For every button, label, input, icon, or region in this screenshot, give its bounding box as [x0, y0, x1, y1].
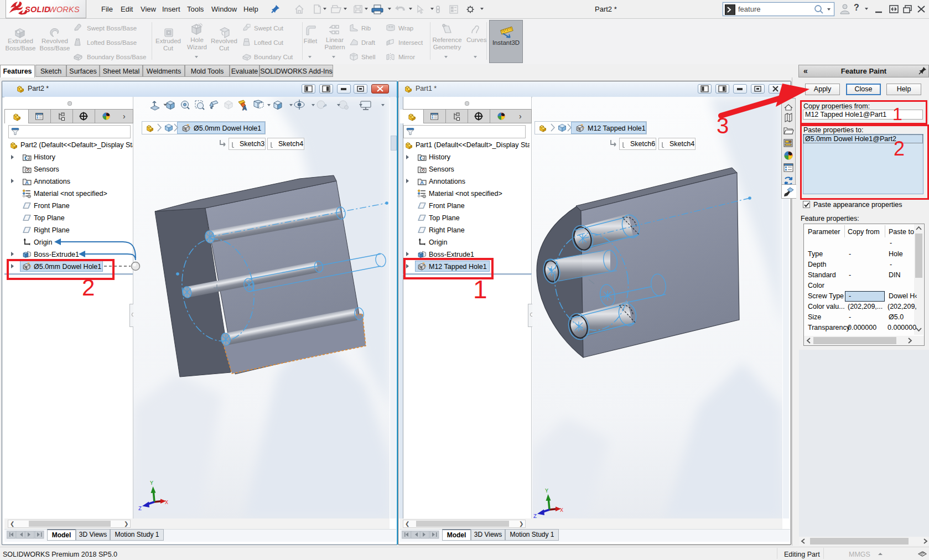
svg-text:WORKS: WORKS	[49, 5, 80, 14]
svg-text:A: A	[242, 105, 247, 111]
svg-text:X: X	[560, 507, 563, 514]
svg-text:Y: Y	[150, 480, 153, 486]
svg-text:Y: Y	[545, 488, 548, 494]
svg-text:X: X	[165, 500, 168, 506]
svg-text:SOLID: SOLID	[25, 5, 50, 14]
svg-text:Z: Z	[138, 506, 142, 512]
